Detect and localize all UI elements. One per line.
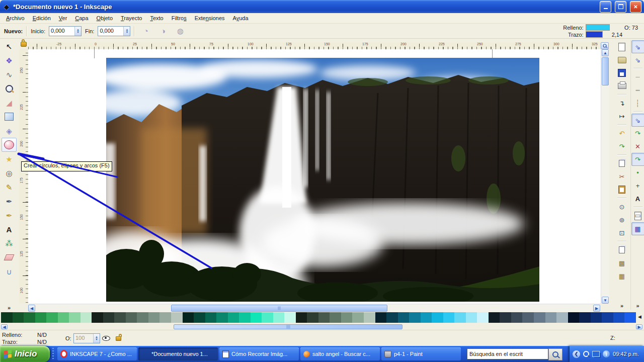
undo-button[interactable]: [615, 127, 628, 140]
snap-page-border-toggle[interactable]: [631, 209, 644, 222]
palette-swatch[interactable]: [602, 312, 613, 323]
unlink-clone-button[interactable]: [615, 269, 628, 283]
arc-button[interactable]: [155, 24, 171, 38]
canvas[interactable]: [28, 49, 601, 304]
palette-swatch[interactable]: [341, 312, 353, 323]
vertical-scrollbar[interactable]: ▲ ▼: [601, 49, 609, 304]
vertical-ruler[interactable]: 250225200175150125100: [19, 49, 29, 304]
palette-swatch[interactable]: [489, 312, 500, 323]
task-inkscape[interactable]: *Documento nuevo 1...: [138, 347, 218, 360]
tool-zoom[interactable]: [2, 81, 17, 96]
palette-swatch[interactable]: [443, 312, 455, 323]
palette-swatch[interactable]: [159, 312, 171, 323]
palette-swatch[interactable]: [284, 312, 296, 323]
snap-enable-toggle[interactable]: [631, 40, 644, 53]
menu-capa[interactable]: Capa: [71, 14, 92, 23]
print-button[interactable]: [615, 79, 628, 93]
palette-swatch[interactable]: [454, 312, 466, 323]
task-wordpad[interactable]: Cómo Recortar Imág...: [219, 347, 299, 360]
import-button[interactable]: [615, 97, 628, 110]
overflow-chevron-icon[interactable]: »: [8, 305, 11, 312]
palette-swatch[interactable]: [591, 312, 602, 323]
menu-trayecto[interactable]: Trayecto: [117, 14, 146, 23]
tool-bezier[interactable]: [2, 194, 17, 208]
overflow-chevron-icon[interactable]: »: [636, 303, 639, 310]
fill-color-swatch[interactable]: [586, 24, 610, 31]
snap-bbox-toggle[interactable]: [631, 53, 644, 66]
palette-swatch[interactable]: [46, 312, 58, 323]
palette-scroll-left-icon[interactable]: ◀: [638, 314, 643, 320]
tray-chevron-icon[interactable]: ❮: [573, 350, 580, 358]
task-opera[interactable]: INKSCAPE 7 - ¿Como ...: [57, 347, 137, 360]
ruler-corner[interactable]: [19, 40, 28, 49]
palette-swatch[interactable]: [114, 312, 126, 323]
search-button[interactable]: [548, 348, 562, 360]
palette-swatch[interactable]: [500, 312, 511, 323]
snap-cusp-nodes-toggle[interactable]: [631, 153, 644, 166]
horizontal-scrollbar[interactable]: ◀ ▶: [28, 304, 601, 312]
palette-swatch[interactable]: [148, 312, 160, 323]
palette-swatch[interactable]: [511, 312, 523, 323]
palette-swatch[interactable]: [1, 312, 13, 323]
copy-button[interactable]: [615, 157, 628, 170]
menu-filtros[interactable]: Filtros: [168, 14, 191, 23]
search-input[interactable]: [467, 348, 548, 359]
menu-edición[interactable]: Edición: [29, 14, 55, 23]
palette-swatch[interactable]: [35, 312, 47, 323]
palette-swatch[interactable]: [545, 312, 557, 323]
duplicate-button[interactable]: [615, 243, 628, 256]
palette-swatch[interactable]: [262, 312, 273, 323]
palette-swatch[interactable]: [556, 312, 568, 323]
start-button[interactable]: Inicio: [0, 346, 50, 362]
palette-swatch[interactable]: [103, 312, 115, 323]
palette-swatch[interactable]: [228, 312, 239, 323]
layer-visibility-button[interactable]: [101, 333, 112, 344]
tool-measure[interactable]: [2, 96, 17, 110]
new-document-button[interactable]: [615, 40, 628, 53]
zoom-page-button[interactable]: [615, 226, 628, 239]
vertical-scroll-thumb[interactable]: [602, 57, 609, 85]
snap-nodes-toggle[interactable]: [631, 114, 644, 127]
trazo-status-value[interactable]: N/D: [37, 339, 47, 345]
tool-eraser[interactable]: [2, 250, 17, 264]
slice-button[interactable]: [138, 24, 153, 38]
cut-button[interactable]: [615, 170, 628, 183]
palette-swatch[interactable]: [375, 312, 387, 323]
palette-swatch[interactable]: [522, 312, 534, 323]
horizontal-ruler[interactable]: -250255075100125150175200225250275300325: [28, 42, 601, 50]
task-firefox[interactable]: salto angel - Buscar c...: [300, 347, 380, 360]
palette-swatch[interactable]: [24, 312, 35, 323]
palette-swatch[interactable]: [126, 312, 137, 323]
network-icon[interactable]: [592, 351, 600, 357]
task-paint[interactable]: p4-1 - Paint: [381, 347, 461, 360]
horizontal-scroll-thumb[interactable]: [171, 305, 387, 312]
tool-3dbox[interactable]: [2, 124, 17, 138]
spinner-arrows-icon[interactable]: ▲▼: [74, 27, 81, 36]
overflow-chevron-icon[interactable]: »: [620, 303, 623, 310]
spinner-arrows-icon[interactable]: ▲▼: [123, 27, 130, 36]
tool-ellipse[interactable]: [2, 138, 17, 152]
quicklaunch-separator[interactable]: [52, 348, 54, 360]
tool-calligraphy[interactable]: [2, 208, 17, 222]
menu-objeto[interactable]: Objeto: [93, 14, 117, 23]
palette-swatch[interactable]: [477, 312, 489, 323]
palette-swatch[interactable]: [92, 312, 103, 323]
palette-swatch[interactable]: [80, 312, 92, 323]
tool-selector[interactable]: [2, 39, 17, 53]
tool-spiral[interactable]: [2, 166, 17, 180]
zoom-selection-button[interactable]: [615, 200, 628, 213]
tool-node-editor[interactable]: [2, 53, 17, 67]
tool-tweak[interactable]: [2, 67, 17, 81]
palette-swatch[interactable]: [466, 312, 477, 323]
palette-swatch[interactable]: [398, 312, 410, 323]
tool-pencil[interactable]: [2, 180, 17, 194]
restore-button[interactable]: [615, 1, 626, 13]
palette-swatch[interactable]: [364, 312, 375, 323]
menu-texto[interactable]: Texto: [146, 14, 167, 23]
snap-bbox-corners-toggle[interactable]: [631, 83, 644, 97]
minimize-button[interactable]: [600, 1, 611, 13]
scroll-down-button[interactable]: ▼: [602, 297, 609, 304]
palette-swatch[interactable]: [194, 312, 205, 323]
menu-ayuda[interactable]: Ayuda: [229, 14, 253, 23]
palette-swatch[interactable]: [307, 312, 318, 323]
